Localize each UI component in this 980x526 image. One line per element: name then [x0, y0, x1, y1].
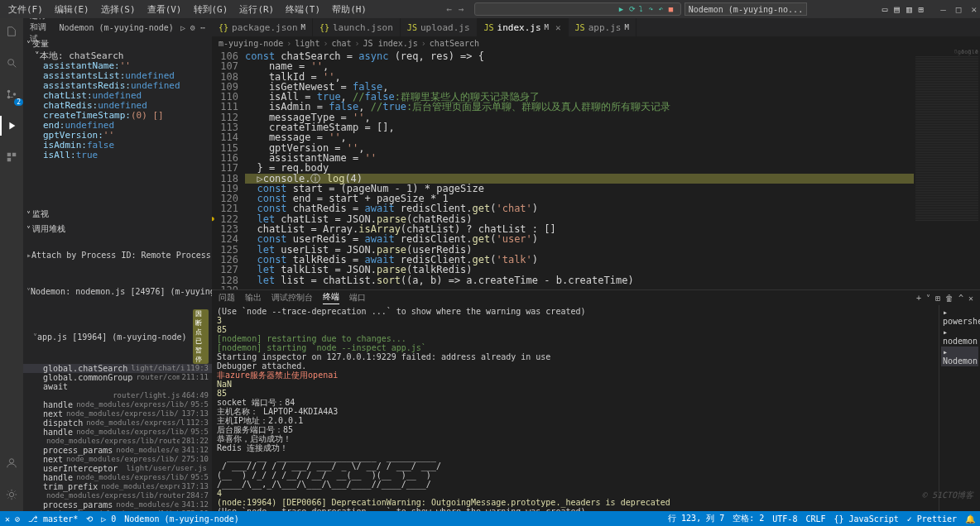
variable-row[interactable]: assistantName: '' — [40, 61, 212, 71]
panel-tab[interactable]: 输出 — [245, 292, 262, 304]
status-item[interactable]: UTF-8 — [772, 513, 797, 524]
extensions-icon[interactable] — [2, 147, 22, 167]
nav-back[interactable]: ← — [446, 4, 452, 15]
stack-frame[interactable]: await — [23, 382, 212, 391]
variable-row[interactable]: assistantsRedis: undefined — [40, 81, 212, 91]
search-icon[interactable] — [2, 53, 22, 73]
thread-row[interactable]: ˅app.js [19964] (m-yuying-node)因断点已暂停 — [23, 309, 212, 364]
variable-row[interactable]: chatList: undefined — [40, 91, 212, 101]
stack-frame[interactable]: process_paramsnode_modules/express/lib/r… — [23, 446, 212, 455]
min-button[interactable]: — — [940, 4, 946, 15]
command-center[interactable]: ▶⟳⤵↷↶■ — [474, 2, 681, 16]
callstack-header[interactable]: ˅ 调用堆栈 — [23, 222, 212, 237]
more-icon[interactable]: ⋯ — [200, 23, 205, 32]
stack-frame[interactable]: handlenode_modules/express/lib/router/la… — [23, 400, 212, 409]
menu-item[interactable]: 选择(S) — [96, 2, 141, 17]
custom-icon[interactable]: ⊞ — [919, 4, 925, 15]
panel-action[interactable]: ^ — [958, 294, 963, 303]
gear-icon[interactable] — [2, 485, 22, 504]
scm-icon[interactable]: 2 — [2, 84, 22, 104]
stack-frame[interactable]: dispatchnode_modules/express/lib/router/… — [23, 418, 212, 428]
minimap[interactable]: ▯ ▯ ▯ ▯google — [914, 50, 980, 289]
panel-action[interactable]: ✕ — [968, 294, 973, 303]
stack-frame[interactable]: nextnode_modules/express/lib/router/inde… — [23, 455, 212, 464]
variable-row[interactable]: createTimeStamp: (0) [] — [40, 111, 212, 121]
stack-frame[interactable]: trim_prefixnode_modules/express/lib/rout… — [23, 482, 212, 491]
status-item[interactable]: ▷ 0 — [101, 514, 116, 524]
stack-frame[interactable]: userInterceptorlight/user/user.js — [23, 464, 212, 473]
max-button[interactable]: □ — [956, 4, 962, 15]
variable-row[interactable]: isAll: true — [40, 151, 212, 160]
debug-config[interactable]: Nodemon (m-yuying-node) — [59, 23, 173, 32]
editor-tab[interactable]: {}package.jsonM — [212, 18, 313, 36]
menu-item[interactable]: 帮助(H) — [327, 2, 372, 17]
status-item[interactable]: ✕ ⊘ — [5, 514, 20, 524]
debug-target[interactable]: Nodemon (m-yuying-no... — [685, 2, 807, 16]
variable-row[interactable]: assistantsList: undefined — [40, 71, 212, 81]
menu-item[interactable]: 编辑(E) — [50, 2, 94, 17]
status-item[interactable]: ⟲ — [86, 514, 93, 524]
breadcrumb-item[interactable]: light — [295, 39, 319, 48]
menu-item[interactable]: 转到(G) — [189, 2, 233, 17]
scope-row[interactable]: ˅ 本地: chatSearch — [31, 51, 212, 61]
terminal-item[interactable]: ▸ nodemon — [941, 327, 978, 347]
status-item[interactable]: 🔔 — [965, 513, 975, 524]
stack-frame[interactable]: node_modules/express/lib/router/index.js… — [23, 437, 212, 446]
menu-item[interactable]: 运行(R) — [234, 2, 279, 17]
editor-tab[interactable]: {}launch.json — [313, 18, 401, 36]
editor-tab[interactable]: JSupload.js — [401, 18, 478, 36]
variable-row[interactable]: gptVersion: '' — [40, 131, 212, 141]
editor-tab[interactable]: JSapp.jsM — [569, 18, 637, 36]
editor-tab[interactable]: JSindex.jsM✕ — [478, 18, 569, 36]
play-icon[interactable]: ▷ — [180, 23, 185, 32]
status-item[interactable]: 空格: 2 — [733, 513, 764, 524]
stack-frame[interactable]: process_paramsnode_modules/express/lib/r… — [23, 500, 212, 509]
thread-row[interactable]: ˅Nodemon: nodemon.js [24976] (m-yuying-n… — [23, 273, 212, 309]
sidebar-icon[interactable]: ▥ — [906, 4, 912, 15]
stack-frame[interactable]: nextnode_modules/express/lib/router/rout… — [23, 409, 212, 418]
menu-item[interactable]: 终端(T) — [281, 2, 325, 17]
nav-fwd[interactable]: → — [459, 4, 464, 15]
layout-icon[interactable]: ▭ — [882, 4, 888, 15]
panel-action[interactable]: 🗑 — [945, 294, 954, 303]
panel-action[interactable]: ˅ — [926, 294, 930, 303]
status-item[interactable]: 行 123, 列 7 — [668, 513, 724, 524]
stack-frame[interactable]: node_modules/express/lib/router/index.js… — [23, 491, 212, 500]
status-item[interactable]: ✓ Prettier — [907, 513, 957, 524]
account-icon[interactable] — [2, 453, 22, 473]
thread-row[interactable]: ▸Attach by Process ID: Remote Process [0… — [23, 237, 212, 273]
gear-icon[interactable]: ⚙ — [190, 23, 195, 32]
menu-item[interactable]: 文件(F) — [3, 2, 48, 17]
panel-tab[interactable]: 调试控制台 — [271, 292, 313, 304]
breadcrumb-item[interactable]: chatSearch — [430, 39, 479, 48]
variable-row[interactable]: end: undefined — [40, 121, 212, 131]
stack-frame[interactable]: handlenode_modules/express/lib/router/la… — [23, 428, 212, 437]
status-item[interactable]: Nodemon (m-yuying-node) — [124, 514, 238, 524]
breadcrumb-item[interactable]: m-yuying-node — [219, 39, 283, 48]
status-item[interactable]: CRLF — [805, 513, 825, 524]
breadcrumb-item[interactable]: chat — [331, 39, 351, 48]
stack-frame[interactable]: global.chatSearchlight/chat/index.js119:… — [23, 364, 212, 373]
stack-frame[interactable]: handlenode_modules/express/lib/router/la… — [23, 473, 212, 482]
explorer-icon[interactable] — [2, 22, 22, 41]
menu-item[interactable]: 查看(V) — [142, 2, 187, 17]
stack-frame[interactable]: global.commonGrouprouter/common.js211:11 — [23, 373, 212, 382]
status-item[interactable]: ⎇ master* — [28, 514, 78, 524]
debug-icon[interactable] — [2, 116, 22, 136]
breadcrumb-item[interactable]: JS index.js — [363, 39, 418, 48]
watch-header[interactable]: ˅ 监视 — [23, 207, 212, 222]
panel-tab[interactable]: 终端 — [323, 291, 339, 304]
panel-tab[interactable]: 问题 — [219, 292, 235, 304]
variable-row[interactable]: chatRedis: undefined — [40, 101, 212, 111]
variables-header[interactable]: ˅ 变量 — [23, 36, 212, 51]
stack-frame[interactable]: router/light.js464:49 — [23, 391, 212, 400]
panel-action[interactable]: ⊞ — [935, 294, 940, 303]
panel-action[interactable]: + — [916, 294, 921, 303]
terminal-item[interactable]: ▸ powershell... — [941, 307, 978, 327]
panel-tab[interactable]: 端口 — [349, 292, 366, 304]
terminal-item[interactable]: ▸ Nodemon — [941, 347, 978, 366]
panel-icon[interactable]: ▤ — [894, 4, 900, 15]
variable-row[interactable]: isAdmin: false — [40, 141, 212, 151]
status-item[interactable]: {} JavaScript — [834, 513, 899, 524]
close-button[interactable]: ✕ — [971, 4, 977, 15]
